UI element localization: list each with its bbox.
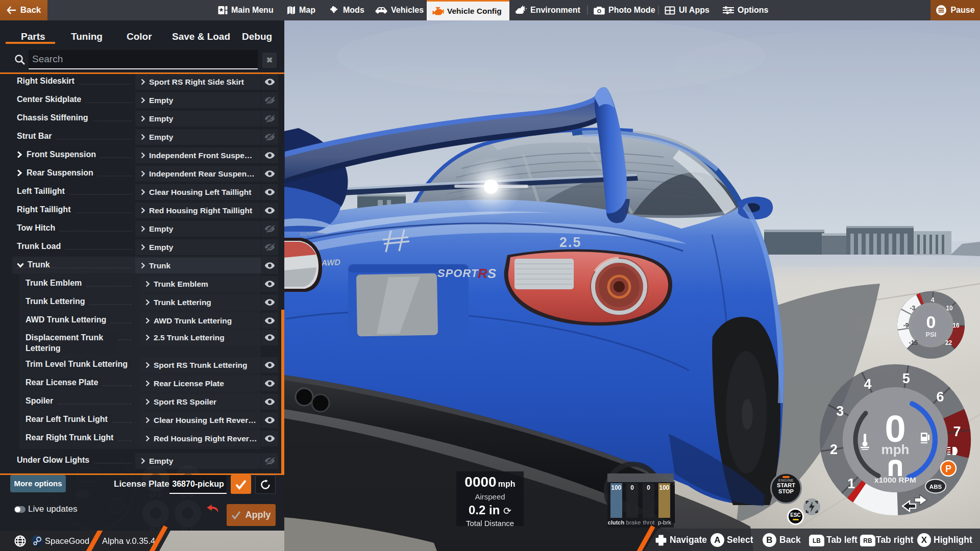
svg-text:57°F: 57°F: [181, 525, 194, 531]
svg-text:-9: -9: [903, 322, 909, 329]
svg-text:R: R: [478, 266, 487, 281]
svg-text:ABS: ABS: [929, 484, 942, 490]
svg-text:22: 22: [945, 339, 952, 346]
svg-text:2.5: 2.5: [559, 235, 582, 250]
svg-text:1: 1: [847, 476, 855, 491]
svg-text:4: 4: [931, 296, 935, 304]
svg-text:S: S: [487, 266, 497, 281]
svg-text:4: 4: [864, 377, 871, 392]
svg-text:mph: mph: [881, 442, 910, 457]
svg-text:SPORT: SPORT: [437, 267, 479, 280]
svg-text:0: 0: [926, 312, 936, 332]
svg-text:3: 3: [836, 404, 844, 419]
svg-text:10: 10: [946, 305, 953, 312]
svg-text:16: 16: [952, 322, 960, 329]
svg-text:-3: -3: [910, 305, 916, 312]
svg-text:x1000 RPM: x1000 RPM: [874, 475, 916, 484]
svg-text:57°F: 57°F: [149, 525, 162, 531]
svg-text:7: 7: [953, 424, 961, 439]
svg-text:PSI: PSI: [926, 331, 937, 338]
svg-text:57°F: 57°F: [149, 492, 162, 499]
svg-text:2: 2: [830, 442, 838, 457]
svg-text:-15: -15: [909, 339, 918, 346]
svg-text:P: P: [945, 464, 951, 474]
svg-text:6: 6: [937, 389, 944, 405]
svg-text:5: 5: [902, 371, 910, 386]
svg-text:AWD: AWD: [321, 258, 341, 267]
